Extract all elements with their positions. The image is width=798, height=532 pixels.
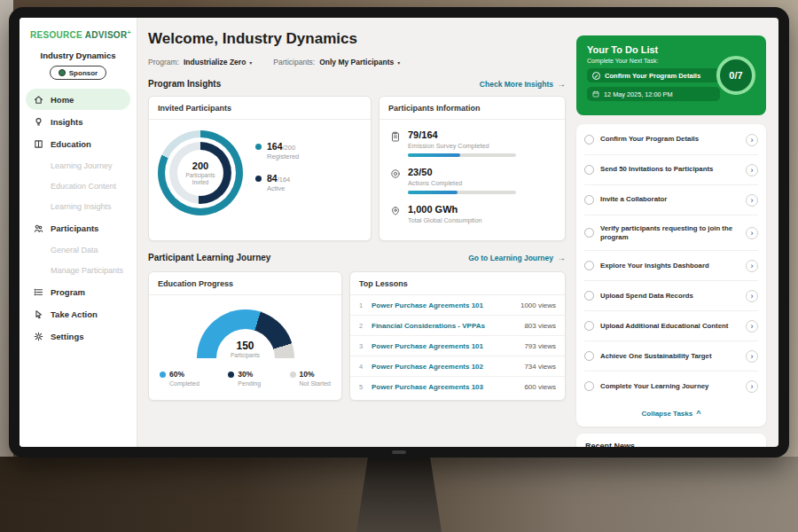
sponsor-badge-label: Sponsor	[69, 69, 98, 77]
task-list-card: Confirm Your Program Details › Send 50 I…	[576, 124, 766, 426]
main-content: Welcome, Industry Dynamics Program: Indu…	[137, 18, 576, 447]
checkbox-icon[interactable]	[584, 321, 594, 331]
sidebar-item-learning-journey[interactable]: Learning Journey	[20, 155, 137, 176]
sidebar-item-participants[interactable]: Participants	[26, 217, 130, 239]
lesson-row[interactable]: 4 Power Purchase Agreements 102 734 view…	[350, 356, 565, 377]
invited-donut-chart: 200 Participants Invited	[158, 130, 243, 215]
legend-dot	[255, 144, 262, 150]
card-title: Invited Participants	[149, 97, 371, 120]
legend-dot	[160, 372, 166, 378]
monitor-frame: RESOURCE ADVISOR+ Industry Dynamics Spon…	[9, 7, 789, 458]
program-select[interactable]: Program: Industrialize Zero ▾	[148, 58, 252, 66]
legend-item-registered: 164/200 Registered	[255, 141, 299, 160]
legend-dot	[228, 372, 234, 378]
task-row-verify-participants[interactable]: Verify participants requesting to join t…	[584, 215, 758, 251]
sidebar-item-manage-participants[interactable]: Manage Participants	[20, 260, 137, 280]
checkbox-icon[interactable]	[584, 165, 594, 175]
sidebar-item-insights[interactable]: Insights	[26, 111, 130, 132]
todo-panel: Your To Do List Complete Your Next Task:…	[576, 35, 766, 447]
chevron-right-icon[interactable]: ›	[746, 164, 758, 176]
sponsor-icon	[59, 69, 66, 76]
checkbox-icon[interactable]	[584, 135, 594, 145]
sidebar-item-label: Participants	[51, 223, 98, 233]
sidebar-item-label: Program	[51, 287, 85, 297]
gear-icon	[34, 332, 43, 341]
org-name: Industry Dynamics	[20, 51, 137, 60]
lesson-link[interactable]: Power Purchase Agreements 102	[372, 363, 524, 371]
go-to-learning-journey-link[interactable]: Go to Learning Journey→	[468, 253, 566, 262]
sidebar-item-take-action[interactable]: Take Action	[26, 303, 130, 325]
sidebar: RESOURCE ADVISOR+ Industry Dynamics Spon…	[20, 18, 137, 447]
task-row-explore-insights[interactable]: Explore Your Insights Dashboard ›	[584, 251, 758, 281]
task-row-upload-spend-data[interactable]: Upload Spend Data Records ›	[584, 281, 758, 311]
legend-item-pending: 30% Pending	[228, 370, 261, 387]
brand-logo-plus: +	[127, 29, 130, 35]
task-row-invite-collaborator[interactable]: Invite a Collaborator ›	[584, 185, 758, 215]
checkbox-icon[interactable]	[584, 351, 594, 361]
task-row-achieve-target[interactable]: Achieve One Sustainability Target ›	[584, 341, 758, 372]
sidebar-item-education[interactable]: Education	[26, 133, 130, 154]
checkbox-icon[interactable]	[584, 381, 594, 391]
sidebar-item-home[interactable]: Home	[26, 89, 130, 110]
task-row-send-invitations[interactable]: Send 50 Invitations to Participants ›	[584, 155, 758, 185]
sidebar-item-education-content[interactable]: Education Content	[20, 176, 137, 196]
checkbox-icon[interactable]	[584, 195, 594, 205]
checkbox-icon[interactable]	[584, 261, 594, 270]
todo-progress-ring: 0/7	[716, 56, 755, 95]
chevron-right-icon[interactable]: ›	[746, 134, 758, 146]
education-progress-gauge: 150 Participants	[197, 309, 294, 358]
section-title: Participant Learning Journey	[148, 253, 270, 262]
task-row-upload-educational-content[interactable]: Upload Additional Educational Content ›	[584, 311, 758, 341]
program-value: Industrialize Zero	[184, 58, 246, 66]
sidebar-item-learning-insights[interactable]: Learning Insights	[20, 196, 137, 216]
collapse-tasks-button[interactable]: Collapse Tasks^	[584, 401, 758, 426]
task-row-confirm-program[interactable]: Confirm Your Program Details ›	[584, 125, 758, 155]
lesson-row[interactable]: 3 Power Purchase Agreements 101 793 view…	[350, 336, 565, 356]
checkbox-icon[interactable]	[584, 291, 594, 301]
chevron-right-icon[interactable]: ›	[746, 290, 758, 302]
sidebar-item-label: Home	[51, 95, 74, 105]
checkbox-icon[interactable]	[584, 228, 594, 238]
sidebar-item-settings[interactable]: Settings	[26, 325, 130, 347]
lesson-link[interactable]: Power Purchase Agreements 101	[372, 301, 520, 309]
emission-progress-bar	[408, 153, 516, 157]
consumption-row: 1,000 GWh Total Global Consumption	[390, 204, 554, 228]
chevron-right-icon[interactable]: ›	[746, 320, 758, 332]
participants-information-card: Participants Information 79/164 Emission…	[379, 96, 566, 241]
learning-journey-header: Participant Learning Journey Go to Learn…	[148, 253, 566, 262]
monitor-logo	[392, 450, 406, 454]
gauge-center-value: 150	[236, 340, 254, 352]
invited-participants-card: Invited Participants 200 Participants In…	[148, 96, 372, 241]
chevron-right-icon[interactable]: ›	[746, 227, 758, 239]
lesson-link[interactable]: Power Purchase Agreements 101	[372, 342, 524, 350]
lesson-link[interactable]: Power Purchase Agreements 103	[372, 383, 524, 391]
sidebar-item-program[interactable]: Program	[26, 281, 130, 302]
chevron-right-icon[interactable]: ›	[746, 380, 758, 393]
participants-label: Participants:	[273, 58, 315, 66]
chevron-right-icon[interactable]: ›	[746, 350, 758, 363]
gauge-center-label: Participants	[231, 352, 260, 358]
legend-dot	[255, 176, 262, 182]
task-row-complete-learning-journey[interactable]: Complete Your Learning Journey ›	[584, 372, 758, 401]
book-icon	[34, 139, 43, 149]
brand-logo-advisor: ADVISOR	[85, 30, 128, 40]
chevron-right-icon[interactable]: ›	[746, 194, 758, 207]
donut-center-value: 200	[192, 160, 208, 171]
next-task-chip[interactable]: ✓ Confirm Your Program Details	[587, 68, 720, 82]
lesson-link[interactable]: Financial Considerations - VPPAs	[372, 322, 524, 330]
participants-select[interactable]: Participants: Only My Participants ▾	[273, 58, 400, 66]
check-more-insights-link[interactable]: Check More Insights→	[480, 79, 566, 89]
lesson-row[interactable]: 2 Financial Considerations - VPPAs 803 v…	[350, 316, 565, 336]
lesson-row[interactable]: 1 Power Purchase Agreements 101 1000 vie…	[350, 295, 565, 316]
monitor-stand	[356, 454, 442, 532]
todo-summary-card: Your To Do List Complete Your Next Task:…	[576, 35, 766, 115]
emission-survey-row: 79/164 Emission Survey Completed	[390, 129, 554, 157]
chevron-right-icon[interactable]: ›	[746, 260, 758, 272]
sidebar-item-general-data[interactable]: General Data	[20, 239, 137, 260]
todo-title: Your To Do List	[587, 44, 755, 55]
desk-background: RESOURCE ADVISOR+ Industry Dynamics Spon…	[0, 0, 798, 532]
arrow-right-icon: →	[557, 79, 566, 89]
due-date-chip: 12 May 2025, 12:00 PM	[587, 87, 720, 101]
lesson-row[interactable]: 5 Power Purchase Agreements 103 600 view…	[350, 377, 565, 396]
check-icon: ✓	[592, 72, 600, 80]
